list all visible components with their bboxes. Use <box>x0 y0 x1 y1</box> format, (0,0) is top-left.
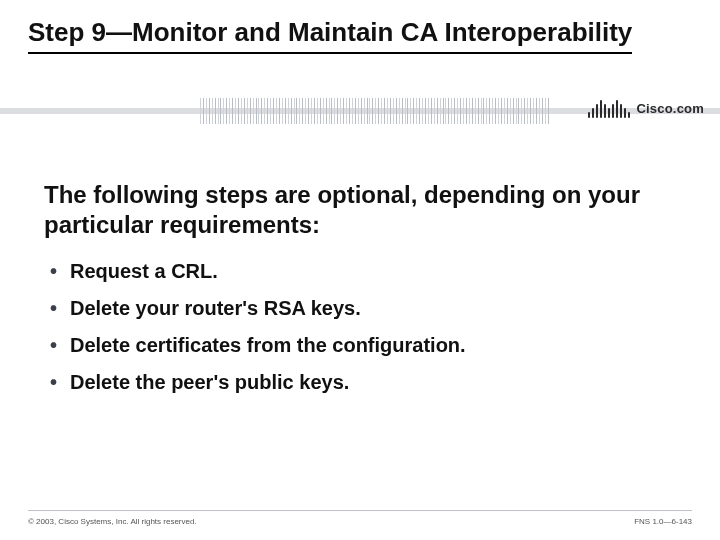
cisco-bars-icon <box>588 98 630 118</box>
footer: © 2003, Cisco Systems, Inc. All rights r… <box>28 510 692 526</box>
content-area: The following steps are optional, depend… <box>44 180 676 406</box>
list-item: Delete certificates from the configurati… <box>44 332 676 359</box>
list-item: Request a CRL. <box>44 258 676 285</box>
slide-title: Step 9—Monitor and Maintain CA Interoper… <box>28 18 632 54</box>
copyright-text: © 2003, Cisco Systems, Inc. All rights r… <box>28 517 197 526</box>
bullet-list: Request a CRL. Delete your router's RSA … <box>44 258 676 396</box>
slide: Step 9—Monitor and Maintain CA Interoper… <box>0 0 720 540</box>
list-item: Delete your router's RSA keys. <box>44 295 676 322</box>
cisco-logo: Cisco.com <box>588 98 704 118</box>
lead-text: The following steps are optional, depend… <box>44 180 676 240</box>
band-ticks <box>200 98 550 124</box>
slide-number: FNS 1.0—6-143 <box>634 517 692 526</box>
logo-text: Cisco.com <box>636 101 704 116</box>
list-item: Delete the peer's public keys. <box>44 369 676 396</box>
